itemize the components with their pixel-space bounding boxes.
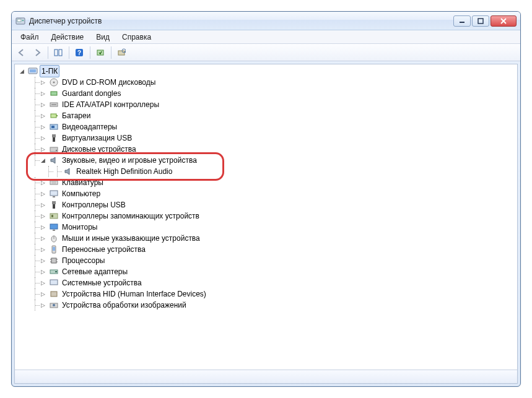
device-tree[interactable]: ◢ 1-ПК ▷DVD и CD-ROM дисководы ▷Guardant… [15, 64, 517, 312]
tree-node-label[interactable]: Контроллеры USB [61, 199, 127, 210]
help-button[interactable]: ? [72, 46, 87, 59]
tree-node-sound[interactable]: ◢Звуковые, видео и игровые устройства [15, 155, 517, 166]
minimize-button[interactable] [453, 15, 471, 27]
tree-node-label[interactable]: IDE ATA/ATAPI контроллеры [61, 99, 160, 110]
tree-node-label[interactable]: Контроллеры запоминающих устройств [61, 210, 201, 222]
tree-root[interactable]: ◢ 1-ПК [15, 66, 517, 77]
tree-node[interactable]: ▷Guardant dongles [15, 88, 517, 99]
tree-node-label[interactable]: Видеоадаптеры [61, 121, 118, 132]
svg-rect-12 [118, 51, 124, 55]
tree-node[interactable]: ▷Устройства обработки изображений [15, 300, 517, 311]
tree-node-label[interactable]: Компьютер [61, 188, 102, 199]
forward-button[interactable] [30, 46, 45, 59]
tree-node[interactable]: ▷Устройства HID (Human Interface Devices… [15, 288, 517, 300]
tree-node[interactable]: ▷IDE ATA/ATAPI контроллеры [15, 99, 517, 110]
expand-icon[interactable]: ▷ [40, 235, 46, 242]
tree-node[interactable]: ▷Контроллеры запоминающих устройств [15, 210, 517, 222]
tree-node[interactable]: ▷Переносные устройства [15, 244, 517, 255]
expand-icon[interactable]: ▷ [40, 202, 46, 209]
toolbar-separator [69, 46, 69, 59]
menu-view[interactable]: Вид [90, 32, 116, 43]
back-button[interactable] [14, 46, 29, 59]
tree-node-label[interactable]: Устройства обработки изображений [61, 300, 188, 311]
titlebar[interactable]: Диспетчер устройств [12, 12, 520, 30]
expand-icon[interactable]: ▷ [40, 191, 46, 197]
tree-node[interactable]: ▷Системные устройства [15, 277, 517, 288]
tree-node-label[interactable]: Сетевые адаптеры [61, 266, 129, 277]
show-hide-console-button[interactable] [51, 46, 66, 59]
maximize-button[interactable] [472, 15, 489, 27]
svg-rect-22 [51, 114, 56, 118]
tree-node[interactable]: ▷Батареи [15, 110, 517, 121]
tree-node-label[interactable]: Дисковые устройства [61, 144, 137, 155]
content-area: ◢ 1-ПК ▷DVD и CD-ROM дисководы ▷Guardant… [14, 64, 518, 384]
menu-help[interactable]: Справка [116, 32, 157, 43]
expand-icon[interactable]: ▷ [40, 246, 46, 253]
tree-node[interactable]: ▷Мыши и иные указывающие устройства [15, 233, 517, 244]
close-button[interactable] [491, 15, 517, 27]
expand-icon[interactable]: ▷ [40, 291, 46, 298]
svg-rect-53 [51, 292, 57, 296]
expand-icon[interactable]: ▷ [40, 90, 46, 97]
tree-node[interactable]: ▷Видеоадаптеры [15, 121, 517, 132]
collapse-icon[interactable]: ◢ [19, 68, 25, 75]
tree-node-label[interactable]: Виртуализация USB [61, 132, 133, 144]
svg-point-2 [22, 19, 24, 20]
svg-rect-45 [51, 258, 56, 263]
network-adapter-icon [49, 267, 59, 277]
tree-node[interactable]: ▷Контроллеры USB [15, 199, 517, 210]
tree-node[interactable]: ▷Мониторы [15, 222, 517, 233]
tree-node-label[interactable]: Звуковые, видео и игровые устройства [61, 155, 198, 166]
tree-node-label[interactable]: Системные устройства [61, 277, 143, 288]
tree-node-label[interactable]: Батареи [61, 110, 92, 121]
toolbar-separator [90, 46, 90, 59]
expand-icon[interactable]: ▷ [40, 124, 46, 131]
svg-rect-38 [51, 215, 53, 217]
tree-node-label[interactable]: Клавиатуры [61, 177, 105, 188]
expand-icon[interactable]: ▷ [40, 102, 46, 108]
tree-node[interactable]: ▷Виртуализация USB [15, 132, 517, 144]
app-icon [15, 16, 25, 26]
svg-text:?: ? [77, 50, 81, 56]
device-manager-window: Диспетчер устройств Файл Действие Вид Сп… [11, 11, 521, 387]
portable-device-icon [49, 244, 59, 254]
tree-node[interactable]: ▷DVD и CD-ROM дисководы [15, 77, 517, 88]
storage-controller-icon [49, 211, 59, 221]
menu-file[interactable]: Файл [14, 32, 45, 43]
tree-node-label[interactable]: Мониторы [61, 222, 98, 233]
properties-button[interactable] [114, 46, 129, 59]
tree-node-label[interactable]: Переносные устройства [61, 244, 147, 255]
expand-icon[interactable]: ▷ [40, 269, 46, 275]
tree-node-label[interactable]: Realtek High Definition Audio [75, 166, 173, 177]
tree-node-label[interactable]: Guardant dongles [61, 88, 122, 99]
usb-virtualization-icon [49, 133, 59, 143]
svg-rect-35 [52, 201, 56, 204]
usb-controller-icon [49, 200, 59, 210]
tree-node-label[interactable]: Мыши и иные указывающие устройства [61, 233, 201, 244]
expand-icon[interactable]: ▷ [40, 302, 46, 309]
expand-icon[interactable]: ▷ [40, 257, 46, 264]
tree-node-label[interactable]: 1-ПК [40, 65, 59, 77]
expand-icon[interactable]: ▷ [40, 135, 46, 142]
tree-node[interactable]: ▷Сетевые адаптеры [15, 266, 517, 277]
tree-node-label[interactable]: Процессоры [61, 255, 107, 266]
tree-node[interactable]: ▷Процессоры [15, 255, 517, 266]
tree-node-label[interactable]: DVD и CD-ROM дисководы [61, 77, 157, 88]
toolbar-separator [111, 46, 111, 59]
scan-hardware-button[interactable] [93, 46, 108, 59]
tree-node[interactable]: ▷Клавиатуры [15, 177, 517, 188]
tree-node[interactable]: ▷Дисковые устройства [15, 144, 517, 155]
expand-icon[interactable]: ▷ [40, 280, 46, 287]
expand-icon[interactable]: ▷ [40, 180, 46, 186]
expand-icon[interactable]: ▷ [40, 79, 46, 86]
collapse-icon[interactable]: ◢ [40, 157, 46, 164]
menu-action[interactable]: Действие [45, 32, 90, 43]
expand-icon[interactable]: ▷ [40, 213, 46, 220]
tree-node[interactable]: ▷Компьютер [15, 188, 517, 199]
expand-icon[interactable]: ▷ [40, 113, 46, 119]
tree-node-label[interactable]: Устройства HID (Human Interface Devices) [61, 288, 207, 300]
menubar: Файл Действие Вид Справка [12, 30, 520, 44]
expand-icon[interactable]: ▷ [40, 224, 46, 231]
expand-icon[interactable]: ▷ [40, 146, 46, 153]
tree-node-realtek[interactable]: Realtek High Definition Audio [15, 166, 517, 177]
